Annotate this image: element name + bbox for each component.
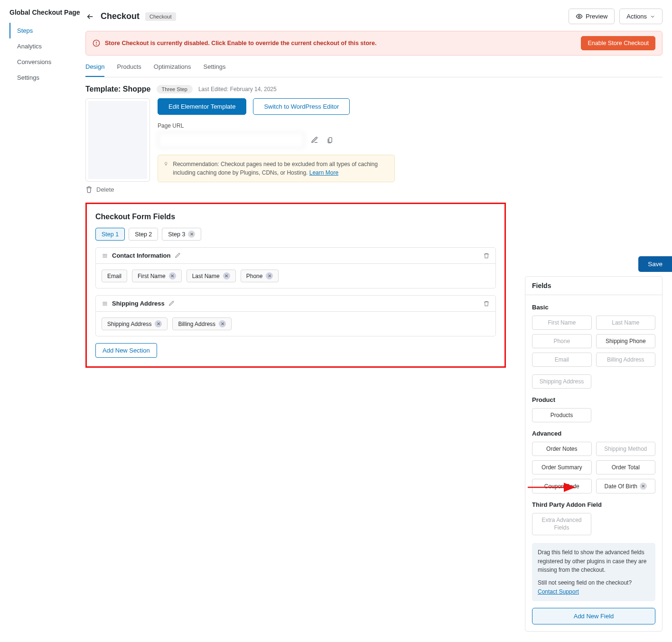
trash-icon: [85, 186, 93, 193]
add-new-field-button[interactable]: Add New Field: [532, 608, 655, 624]
contact-support-link[interactable]: Contact Support: [538, 588, 579, 595]
tab-products[interactable]: Products: [117, 63, 141, 77]
step-tab-3[interactable]: Step 3✕: [162, 228, 201, 241]
edit-section-icon[interactable]: [175, 252, 181, 259]
remove-shipping-address-icon[interactable]: ✕: [155, 320, 162, 327]
field-email[interactable]: Email: [532, 353, 592, 367]
tab-design[interactable]: Design: [85, 63, 104, 77]
page-title: Checkout: [101, 11, 140, 21]
page-url-label: Page URL: [158, 122, 663, 129]
add-new-section-button[interactable]: Add New Section: [95, 343, 157, 358]
sidebar-item-steps[interactable]: Steps: [9, 23, 85, 38]
field-chip-shipping-address[interactable]: Shipping Address✕: [102, 317, 168, 330]
page-url-input[interactable]: [158, 132, 305, 148]
group-advanced-title: Advanced: [532, 430, 655, 437]
svg-rect-4: [329, 137, 332, 142]
preview-label: Preview: [586, 13, 607, 20]
svg-point-0: [579, 16, 580, 18]
page-badge: Checkout: [145, 12, 176, 21]
field-chip-phone[interactable]: Phone✕: [241, 270, 279, 282]
field-chip-last-name[interactable]: Last Name✕: [187, 270, 236, 282]
field-chip-billing-address[interactable]: Billing Address✕: [172, 317, 232, 330]
drag-handle-icon[interactable]: [102, 300, 108, 307]
delete-template-button[interactable]: Delete: [85, 186, 663, 193]
remove-phone-icon[interactable]: ✕: [266, 272, 273, 279]
field-billing-address[interactable]: Billing Address: [596, 353, 656, 367]
svg-point-5: [165, 162, 167, 165]
actions-label: Actions: [626, 13, 647, 20]
field-order-notes[interactable]: Order Notes: [532, 442, 592, 456]
svg-point-3: [96, 45, 97, 45]
template-thumbnail[interactable]: [85, 98, 150, 182]
hint-text-1: Drag this field to show the advanced fie…: [538, 548, 650, 575]
field-order-total[interactable]: Order Total: [596, 460, 656, 475]
back-arrow-icon[interactable]: [85, 12, 95, 21]
edit-section-icon[interactable]: [168, 300, 175, 307]
actions-button[interactable]: Actions: [619, 9, 663, 24]
recommendation-text: Recommendation: Checkout pages need to b…: [173, 161, 378, 176]
sidebar-item-analytics[interactable]: Analytics: [9, 38, 85, 54]
delete-section-icon[interactable]: [483, 300, 490, 307]
field-shipping-method[interactable]: Shipping Method: [596, 442, 656, 456]
field-order-summary[interactable]: Order Summary: [532, 460, 592, 475]
group-basic-title: Basic: [532, 304, 655, 311]
copy-url-icon[interactable]: [325, 135, 335, 145]
sidebar-title: Global Checkout Page: [9, 9, 85, 16]
field-products[interactable]: Products: [532, 408, 591, 422]
field-coupon-code[interactable]: Coupon Code: [532, 479, 592, 493]
delete-label: Delete: [96, 186, 114, 193]
sidebar-item-conversions[interactable]: Conversions: [9, 54, 85, 70]
field-shipping-phone[interactable]: Shipping Phone: [596, 334, 656, 348]
hint-box: Drag this field to show the advanced fie…: [532, 543, 655, 601]
field-shipping-address[interactable]: Shipping Address: [532, 374, 591, 389]
last-edited: Last Edited: February 14, 2025: [198, 86, 277, 93]
enable-store-checkout-button[interactable]: Enable Store Checkout: [581, 36, 655, 50]
field-chip-first-name[interactable]: First Name✕: [132, 270, 182, 282]
drag-handle-icon[interactable]: [102, 252, 108, 259]
field-extra-advanced[interactable]: Extra Advanced Fields: [532, 513, 591, 535]
remove-dob-icon[interactable]: ✕: [640, 483, 647, 490]
step-tab-2[interactable]: Step 2: [129, 228, 158, 241]
switch-editor-button[interactable]: Switch to WordPress Editor: [253, 98, 350, 115]
section-shipping-address: Shipping Address Shipping Address✕ Billi…: [95, 295, 496, 336]
fields-panel: Fields Basic First Name Last Name Phone …: [525, 276, 663, 632]
step-3-remove-icon[interactable]: ✕: [188, 231, 195, 238]
delete-section-icon[interactable]: [483, 252, 490, 259]
learn-more-link[interactable]: Learn More: [309, 169, 338, 176]
tab-optimizations[interactable]: Optimizations: [154, 63, 191, 77]
tab-settings[interactable]: Settings: [204, 63, 226, 77]
field-phone[interactable]: Phone: [532, 334, 592, 348]
preview-button[interactable]: Preview: [569, 9, 615, 24]
section-contact-information: Contact Information Email First Name✕ La…: [95, 247, 496, 288]
remove-first-name-icon[interactable]: ✕: [169, 272, 176, 279]
step-tab-1[interactable]: Step 1: [95, 228, 125, 241]
alert-icon: [93, 39, 100, 47]
field-last-name[interactable]: Last Name: [596, 316, 656, 330]
remove-billing-address-icon[interactable]: ✕: [219, 320, 226, 327]
alert-text: Store Checkout is currently disabled. Cl…: [105, 40, 576, 47]
group-third-party-title: Third Party Addon Field: [532, 501, 655, 508]
bulb-icon: [164, 160, 168, 167]
field-date-of-birth[interactable]: Date Of Birth✕: [596, 479, 656, 493]
edit-url-icon[interactable]: [309, 135, 320, 145]
edit-template-button[interactable]: Edit Elementor Template: [158, 98, 246, 115]
fields-panel-title: Fields: [525, 277, 662, 295]
disabled-alert: Store Checkout is currently disabled. Cl…: [85, 31, 663, 56]
sidebar-item-settings[interactable]: Settings: [9, 70, 85, 85]
template-title: Template: Shoppe: [85, 85, 151, 93]
section-title-shipping: Shipping Address: [112, 300, 165, 307]
template-step-badge: Three Step: [157, 85, 193, 93]
field-first-name[interactable]: First Name: [532, 316, 592, 330]
remove-last-name-icon[interactable]: ✕: [223, 272, 230, 279]
recommendation-box: Recommendation: Checkout pages need to b…: [158, 155, 395, 182]
group-product-title: Product: [532, 396, 655, 403]
form-fields-title: Checkout Form Fields: [95, 213, 496, 221]
section-title-contact: Contact Information: [112, 252, 171, 259]
hint-text-2: Still not seeing field on the checkout?: [538, 579, 632, 586]
field-chip-email[interactable]: Email: [102, 270, 127, 282]
checkout-form-fields-panel: Checkout Form Fields Step 1 Step 2 Step …: [85, 203, 506, 368]
save-button[interactable]: Save: [638, 256, 672, 272]
